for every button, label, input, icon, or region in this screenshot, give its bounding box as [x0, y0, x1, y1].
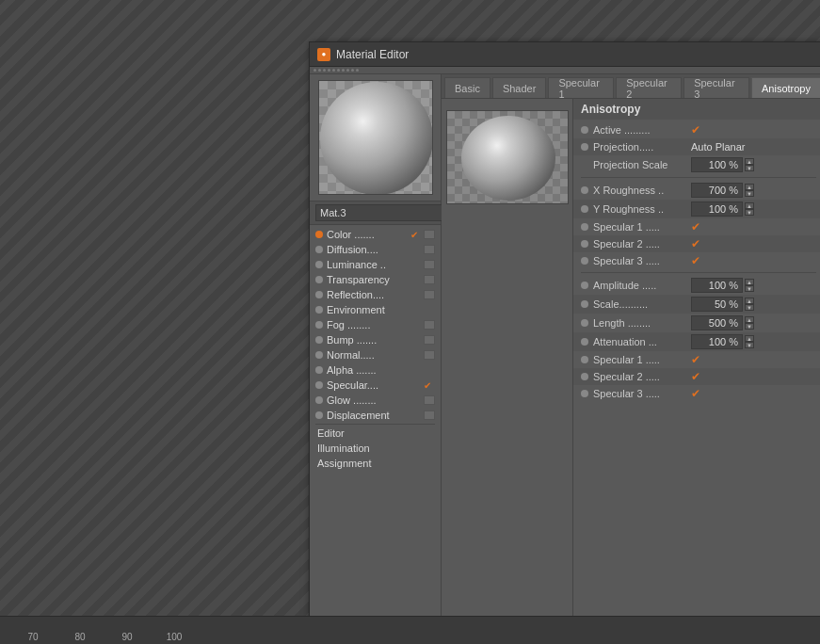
ruler-tick-70: 70: [9, 632, 56, 644]
prop-spinner-down-attenuation[interactable]: ▼: [745, 342, 754, 348]
prop-dot-scale: [581, 300, 588, 308]
prop-spinner-up-length[interactable]: ▲: [745, 316, 754, 323]
prop-label-active: Active .........: [593, 124, 687, 136]
ruler-tick-label-80: 80: [74, 632, 85, 642]
drag-handle[interactable]: [310, 67, 820, 74]
channel-illumination[interactable]: Illumination: [310, 441, 441, 456]
tab-basic[interactable]: Basic: [444, 77, 490, 98]
anisotropy-title: Anisotropy: [581, 103, 640, 116]
material-name-input[interactable]: [315, 204, 455, 221]
channel-item-bump[interactable]: Bump .......: [310, 332, 441, 347]
tab-specular2[interactable]: Specular 2: [616, 77, 682, 98]
prop-value-area-y-roughness: ▲ ▼: [691, 201, 754, 217]
left-panel: ▶ ⊙ Color ....... ✔ Diffusion....: [310, 74, 442, 630]
channel-item-specular[interactable]: Specular.... ✔: [310, 378, 441, 393]
prop-value-specular1-b: ✔: [691, 353, 700, 366]
channel-item-normal[interactable]: Normal.....: [310, 347, 441, 362]
properties-scroll[interactable]: Active ......... ✔ Projection..... Auto …: [573, 120, 820, 626]
prop-input-amplitude[interactable]: [691, 278, 743, 293]
channel-box-luminance[interactable]: [424, 260, 435, 269]
prop-label-specular1-b: Specular 1 .....: [593, 354, 687, 365]
channel-dot-displacement: [315, 411, 323, 419]
prop-dot-length: [581, 319, 588, 327]
prop-label-y-roughness: Y Roughness ..: [593, 203, 687, 215]
channel-name-luminance: Luminance ..: [327, 259, 410, 270]
prop-value-area-x-roughness: ▲ ▼: [691, 183, 754, 198]
prop-specular1-b: Specular 1 ..... ✔: [573, 351, 820, 368]
prop-spinner-amplitude: ▲ ▼: [745, 279, 754, 292]
channel-check-color: ✔: [410, 230, 422, 240]
channel-item-glow[interactable]: Glow ........: [310, 393, 441, 408]
drag-dot: [332, 69, 335, 72]
tab-specular1[interactable]: Specular 1: [548, 77, 614, 98]
channel-box-color[interactable]: [424, 230, 435, 239]
channel-box-bump[interactable]: [424, 335, 435, 345]
prop-spinner-scale: ▲ ▼: [745, 298, 754, 311]
ruler-tick-label-100: 100: [167, 632, 183, 642]
channel-item-luminance[interactable]: Luminance ..: [310, 257, 441, 272]
timeline-bar: 70 80 90 100: [0, 616, 820, 644]
prop-spinner-length: ▲ ▼: [745, 316, 754, 330]
channel-name-reflection: Reflection....: [327, 289, 410, 300]
channel-box-glow[interactable]: [424, 395, 435, 405]
channel-dot-color: [315, 231, 323, 238]
prop-spinner-down-x-roughness[interactable]: ▼: [745, 190, 754, 197]
prop-dot-y-roughness: [581, 205, 588, 213]
channel-item-transparency[interactable]: Transparency: [310, 272, 441, 287]
prop-spinner-down-proj-scale[interactable]: ▼: [745, 165, 754, 171]
channel-item-reflection[interactable]: Reflection....: [310, 287, 441, 302]
prop-input-length[interactable]: [691, 315, 743, 330]
channel-box-displacement[interactable]: [424, 411, 435, 420]
prop-label-length: Length ........: [593, 317, 687, 329]
channel-item-diffusion[interactable]: Diffusion....: [310, 242, 441, 257]
channel-item-color[interactable]: Color ....... ✔: [310, 227, 441, 242]
prop-input-y-roughness[interactable]: [691, 201, 743, 217]
tabs-bar: Basic Shader Specular 1 Specular 2 Specu…: [442, 74, 820, 99]
prop-dot-attenuation: [581, 338, 588, 346]
prop-dot-specular2-a: [581, 240, 588, 248]
prop-input-proj-scale[interactable]: [691, 157, 743, 172]
tab-shader[interactable]: Shader: [492, 77, 546, 98]
channel-box-normal[interactable]: [424, 350, 435, 360]
prop-dot-specular1-b: [581, 356, 588, 363]
channel-assignment[interactable]: Assignment: [310, 456, 441, 471]
prop-x-roughness: X Roughness .. ▲ ▼: [573, 181, 820, 200]
anisotropy-header: Anisotropy: [573, 99, 820, 120]
prop-spinner-up-x-roughness[interactable]: ▲: [745, 184, 754, 190]
properties-panel: Anisotropy Active ......... ✔ Projectio: [573, 99, 820, 626]
tab-anisotropy[interactable]: Anisotropy: [751, 77, 820, 98]
prop-spinner-up-amplitude[interactable]: ▲: [745, 279, 754, 285]
prop-spinner-up-attenuation[interactable]: ▲: [745, 335, 754, 342]
channel-name-normal: Normal.....: [327, 349, 410, 361]
prop-value-area-length: ▲ ▼: [691, 315, 754, 330]
prop-spinner-up-scale[interactable]: ▲: [745, 298, 754, 304]
channel-box-diffusion[interactable]: [424, 245, 435, 254]
prop-spinner-down-amplitude[interactable]: ▼: [745, 285, 754, 292]
prop-specular3-b: Specular 3 ..... ✔: [573, 385, 820, 402]
channel-box-reflection[interactable]: [424, 290, 435, 299]
channel-item-environment[interactable]: Environment: [310, 302, 441, 317]
channel-dot-fog: [315, 321, 323, 329]
prop-divider-2: [581, 272, 816, 273]
prop-input-attenuation[interactable]: [691, 334, 743, 349]
channel-dot-normal: [315, 351, 323, 359]
channel-item-alpha[interactable]: Alpha .......: [310, 362, 441, 378]
channel-name-specular: Specular....: [327, 379, 424, 391]
channel-box-transparency[interactable]: [424, 275, 435, 284]
prop-spinner-down-y-roughness[interactable]: ▼: [745, 209, 754, 216]
prop-spinner-up-y-roughness[interactable]: ▲: [745, 202, 754, 209]
prop-spinner-up-proj-scale[interactable]: ▲: [745, 158, 754, 165]
prop-spinner-down-length[interactable]: ▼: [745, 323, 754, 330]
prop-active: Active ......... ✔: [573, 121, 820, 138]
channel-item-displacement[interactable]: Displacement: [310, 408, 441, 423]
prop-length: Length ........ ▲ ▼: [573, 314, 820, 332]
channel-item-fog[interactable]: Fog ........: [310, 317, 441, 332]
prop-label-proj-scale: Projection Scale: [593, 159, 687, 170]
channel-box-fog[interactable]: [424, 320, 435, 330]
prop-input-x-roughness[interactable]: [691, 183, 743, 198]
prop-spinner-down-scale[interactable]: ▼: [745, 304, 754, 311]
tab-specular3[interactable]: Specular 3: [683, 77, 749, 98]
prop-input-scale[interactable]: [691, 297, 743, 312]
channel-name-diffusion: Diffusion....: [327, 244, 410, 255]
channel-editor[interactable]: Editor: [310, 426, 441, 441]
